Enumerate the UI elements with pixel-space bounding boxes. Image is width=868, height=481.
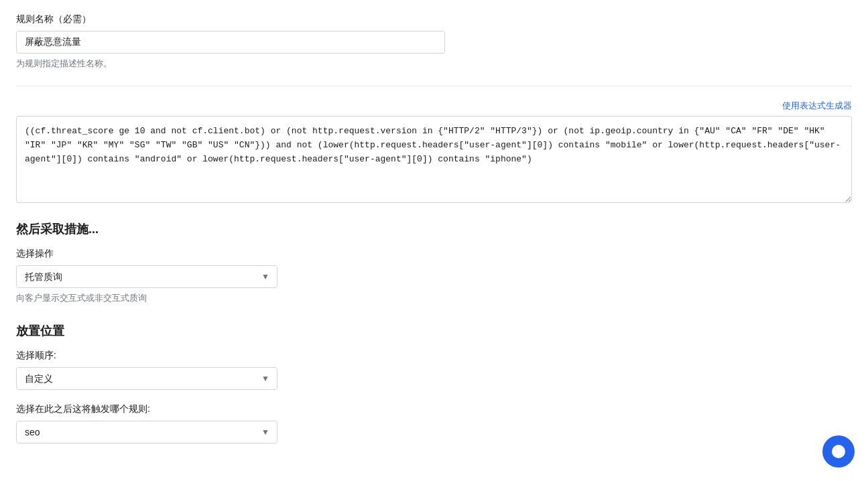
expression-textarea[interactable]: ((cf.threat_score ge 10 and not cf.clien… [16, 116, 852, 203]
operation-select-wrapper: 托管质询 阻止 允许 绕过 JS质询 ▼ [16, 265, 277, 288]
operation-label: 选择操作 [16, 248, 852, 260]
order-label: 选择顺序: [16, 350, 852, 362]
operation-hint: 向客户显示交互式或非交互式质询 [16, 292, 852, 304]
placement-section-title: 放置位置 [16, 323, 852, 339]
trigger-select[interactable]: seo block-bots screen-malicious [16, 421, 277, 443]
order-select[interactable]: 自定义 第一个 最后一个 [16, 367, 277, 390]
rule-name-hint: 为规则指定描述性名称。 [16, 58, 852, 70]
expression-section: 使用表达式生成器 ((cf.threat_score ge 10 and not… [16, 100, 852, 205]
rule-name-label: 规则名称（必需） [16, 13, 852, 25]
divider-1 [16, 86, 852, 86]
expression-header: 使用表达式生成器 [16, 100, 852, 112]
placement-section: 放置位置 选择顺序: 自定义 第一个 最后一个 ▼ 选择在此之后这将触发哪个规则… [16, 323, 852, 443]
order-select-wrapper: 自定义 第一个 最后一个 ▼ [16, 367, 277, 390]
trigger-select-wrapper: seo block-bots screen-malicious ▼ [16, 421, 277, 443]
order-group: 选择顺序: 自定义 第一个 最后一个 ▼ [16, 350, 852, 390]
action-section: 然后采取措施... 选择操作 托管质询 阻止 允许 绕过 JS质询 ▼ 向客户显… [16, 221, 852, 304]
help-button[interactable] [822, 435, 855, 468]
rule-name-input[interactable] [16, 31, 445, 54]
trigger-group: 选择在此之后这将触发哪个规则: seo block-bots screen-ma… [16, 403, 852, 443]
action-section-title: 然后采取措施... [16, 221, 852, 237]
operation-select[interactable]: 托管质询 阻止 允许 绕过 JS质询 [16, 265, 277, 288]
help-button-inner [832, 445, 845, 458]
expression-builder-link[interactable]: 使用表达式生成器 [782, 100, 852, 112]
trigger-label: 选择在此之后这将触发哪个规则: [16, 403, 852, 415]
rule-name-section: 规则名称（必需） 为规则指定描述性名称。 [16, 13, 852, 70]
